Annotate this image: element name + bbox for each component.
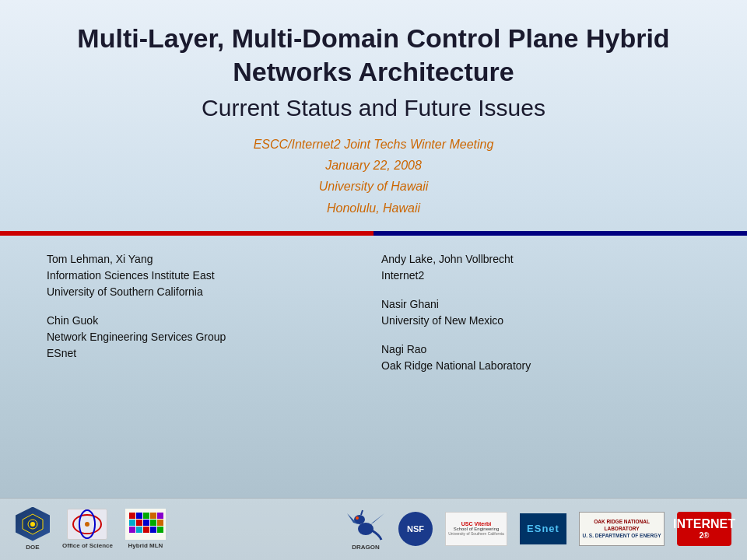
- svg-rect-8: [129, 513, 135, 519]
- svg-rect-14: [136, 520, 142, 526]
- event-line1: ESCC/Internet2 Joint Techs Winter Meetin…: [47, 134, 700, 155]
- nsf-text: NSF: [407, 524, 424, 534]
- ofs-logo: [67, 509, 107, 540]
- svg-rect-9: [136, 513, 142, 519]
- svg-rect-16: [150, 520, 156, 526]
- internet2-superscript: 2®: [700, 531, 710, 540]
- ofs-logo-item: Office of Science: [62, 509, 113, 549]
- affiliation-2a: Network Engineering Services Group: [47, 329, 366, 345]
- hybrid-mln-logo-item: Hybrid MLN: [125, 509, 166, 549]
- affiliation-3a: Internet2: [381, 268, 700, 284]
- svg-rect-19: [136, 527, 142, 533]
- dragon-logo-item: DRAGON: [345, 507, 386, 551]
- author-group-4: Nasir Ghani University of New Mexico: [381, 296, 700, 329]
- ornl-logo-item: OAK RIDGE NATIONAL LABORATORY U. S. DEPA…: [579, 512, 665, 546]
- svg-rect-12: [157, 513, 163, 519]
- doe-label: DOE: [26, 544, 39, 551]
- author-group-5: Nagi Rao Oak Ridge National Laboratory: [381, 341, 700, 374]
- internet2-logo-item: INTERNET 2®: [677, 512, 731, 546]
- doe-logo: [16, 507, 50, 541]
- nsf-logo-item: NSF: [398, 512, 433, 546]
- affiliation-1a: Information Sciences Institute East: [47, 268, 366, 284]
- esnet-logo: ESnet: [520, 513, 566, 544]
- affiliation-2b: ESnet: [47, 345, 366, 362]
- viterbi-logo-item: USC Viterbi School of Engineering Univer…: [445, 512, 507, 546]
- affiliation-5a: Oak Ridge National Laboratory: [381, 358, 700, 374]
- event-info: ESCC/Internet2 Joint Techs Winter Meetin…: [47, 134, 700, 219]
- dragon-logo: [345, 507, 386, 541]
- svg-rect-15: [143, 520, 149, 526]
- viterbi-logo: USC Viterbi School of Engineering Univer…: [445, 512, 507, 546]
- authors-section: Tom Lehman, Xi Yang Information Sciences…: [0, 236, 747, 498]
- svg-rect-20: [143, 527, 149, 533]
- svg-rect-18: [129, 527, 135, 533]
- subtitle: Current Status and Future Issues: [47, 93, 700, 123]
- svg-rect-21: [150, 527, 156, 533]
- svg-rect-10: [143, 513, 149, 519]
- esnet-logo-item: ESnet: [520, 513, 566, 544]
- svg-rect-22: [157, 527, 163, 533]
- event-line3: University of Hawaii: [47, 176, 700, 197]
- slide: Multi-Layer, Multi-Domain Control Plane …: [0, 0, 747, 560]
- ofs-label: Office of Science: [62, 542, 113, 549]
- affiliation-4a: University of New Mexico: [381, 313, 700, 329]
- authors-left: Tom Lehman, Xi Yang Information Sciences…: [47, 251, 366, 490]
- header-section: Multi-Layer, Multi-Domain Control Plane …: [0, 0, 747, 231]
- esnet-text: ESnet: [527, 523, 559, 534]
- hybrid-mln-logo: [125, 509, 166, 540]
- event-line2: January 22, 2008: [47, 155, 700, 176]
- author-name-4: Nasir Ghani: [381, 296, 700, 313]
- ornl-logo: OAK RIDGE NATIONAL LABORATORY U. S. DEPA…: [579, 512, 665, 546]
- svg-rect-13: [129, 520, 135, 526]
- svg-point-6: [85, 522, 89, 527]
- svg-rect-11: [150, 513, 156, 519]
- svg-point-2: [30, 522, 35, 527]
- nsf-logo: NSF: [398, 512, 433, 546]
- footer-logos: DOE Office of Science: [0, 498, 747, 560]
- internet2-logo: INTERNET 2®: [677, 512, 731, 546]
- svg-point-23: [358, 523, 374, 535]
- svg-rect-17: [157, 520, 163, 526]
- affiliation-1b: University of Southern California: [47, 284, 366, 300]
- author-name-3: Andy Lake, John Vollbrecht: [381, 251, 700, 268]
- author-group-2: Chin Guok Network Engineering Services G…: [47, 313, 366, 362]
- author-group-1: Tom Lehman, Xi Yang Information Sciences…: [47, 251, 366, 300]
- svg-point-27: [356, 516, 359, 520]
- author-name-1: Tom Lehman, Xi Yang: [47, 251, 366, 268]
- internet2-text: INTERNET: [673, 517, 735, 531]
- event-line4: Honolulu, Hawaii: [47, 198, 700, 219]
- svg-line-28: [361, 510, 363, 515]
- svg-marker-26: [370, 513, 384, 524]
- hybrid-label: Hybrid MLN: [128, 542, 163, 549]
- author-name-2: Chin Guok: [47, 313, 366, 329]
- authors-right: Andy Lake, John Vollbrecht Internet2 Nas…: [381, 251, 700, 490]
- main-title: Multi-Layer, Multi-Domain Control Plane …: [47, 22, 700, 88]
- author-group-3: Andy Lake, John Vollbrecht Internet2: [381, 251, 700, 284]
- dragon-label: DRAGON: [352, 544, 380, 551]
- author-name-5: Nagi Rao: [381, 341, 700, 358]
- title-line1: Multi-Layer, Multi-Domain Control Plane …: [77, 23, 669, 53]
- doe-logo-item: DOE: [16, 507, 50, 551]
- title-line2: Networks Architecture: [233, 57, 514, 86]
